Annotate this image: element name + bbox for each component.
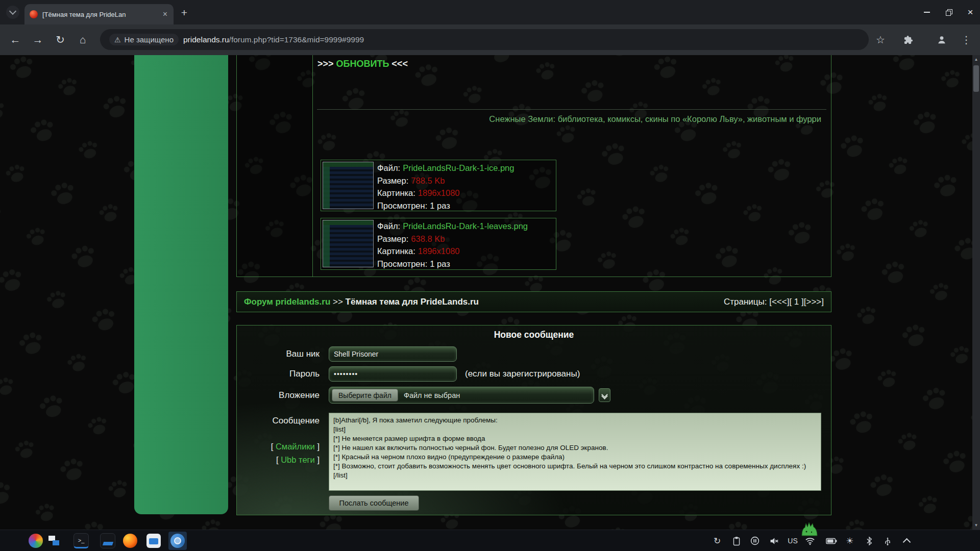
attachment-thumbnail[interactable] — [323, 162, 374, 209]
scroll-down-icon[interactable]: ▼ — [972, 523, 980, 528]
app-launcher-button[interactable] — [27, 532, 45, 550]
attachment-dim-value: 1896x1080 — [418, 246, 460, 256]
taskbar-terminal-button[interactable]: >_ — [72, 532, 90, 550]
ubb-tags-link[interactable]: Ubb теги — [281, 455, 315, 464]
updates-tray-icon[interactable]: ↻ — [710, 532, 724, 550]
profile-avatar-icon[interactable] — [931, 24, 952, 55]
password-hint: (если вы зарегистрированы) — [465, 369, 580, 379]
home-button[interactable]: ⌂ — [72, 24, 93, 55]
bookmark-star-icon[interactable]: ☆ — [870, 24, 891, 55]
keyboard-layout-indicator[interactable]: US — [786, 532, 800, 550]
message-textarea[interactable] — [329, 413, 821, 491]
attachment-size-value: 638.8 Kb — [411, 234, 445, 243]
battery-icon — [826, 538, 837, 544]
choose-file-button[interactable]: Выберите файл — [332, 389, 398, 402]
tab-close-icon[interactable]: × — [162, 10, 168, 18]
volume-muted-tray-icon[interactable] — [767, 532, 781, 550]
file-upload-field[interactable]: Выберите файл Файл не выбран — [329, 387, 594, 404]
refresh-link-line: >>> ОБНОВИТЬ <<< — [317, 59, 408, 69]
nickname-label: Ваш ник — [237, 349, 320, 359]
warning-icon: ⚠ — [114, 36, 121, 44]
taskbar-dark-app-button[interactable] — [99, 532, 117, 550]
scrollbar-thumb[interactable] — [973, 65, 979, 92]
removable-device-tray-icon[interactable] — [880, 532, 895, 550]
attachment-file-link[interactable]: PrideLandsRu-Dark-1-ice.png — [403, 163, 514, 172]
restore-window-icon — [946, 9, 952, 15]
refresh-suffix: <<< — [389, 59, 408, 69]
firefox-icon — [123, 534, 137, 548]
refresh-link[interactable]: ОБНОВИТЬ — [336, 59, 389, 69]
attachment-label: Вложение — [237, 390, 320, 400]
attachment-expand-button[interactable] — [599, 388, 610, 402]
forum-link[interactable]: Форум pridelands.ru — [244, 297, 330, 307]
tab-search-button[interactable] — [6, 6, 19, 19]
extensions-puzzle-icon[interactable] — [897, 24, 919, 55]
taskbar-firefox-button[interactable] — [121, 532, 139, 550]
address-bar[interactable]: ⚠ Не защищено pridelands.ru/forum.php?ti… — [100, 29, 869, 50]
taskbar-chromium-button[interactable] — [168, 532, 187, 550]
window-minimize-button[interactable] — [917, 5, 937, 19]
left-green-column — [134, 55, 228, 514]
scroll-up-icon[interactable]: ▲ — [972, 57, 980, 62]
page-scrollbar[interactable]: ▲ ▼ — [972, 55, 980, 530]
attachment-file-link[interactable]: PrideLandsRu-Dark-1-leaves.png — [403, 221, 528, 231]
speaker-muted-icon — [769, 536, 779, 546]
forward-button[interactable]: → — [28, 24, 48, 55]
file-label: Файл: — [377, 163, 400, 172]
url-host: pridelands.ru — [183, 35, 229, 44]
forum-post-box: >>> ОБНОВИТЬ <<< Снежные Земли: библиоте… — [236, 55, 831, 277]
reload-button[interactable]: ↻ — [50, 24, 70, 55]
bracket: ] — [315, 442, 320, 451]
new-tab-button[interactable]: + — [178, 6, 191, 19]
attachment-thumbnail[interactable] — [323, 220, 374, 267]
window-restore-button[interactable] — [939, 5, 959, 19]
attachment-dim-line: Картинка:1896x1080 — [377, 245, 528, 258]
user-signature: Снежные Земли: библиотека, комиксы, скин… — [317, 114, 821, 124]
back-button[interactable]: ← — [5, 24, 26, 55]
nickname-input[interactable] — [329, 346, 457, 362]
pagination: Страницы: [<<<][ 1 ][>>>] — [724, 297, 824, 307]
puzzle-icon — [903, 35, 913, 45]
form-title: Новое сообщение — [237, 330, 831, 340]
usb-icon — [883, 536, 892, 546]
bluetooth-icon — [866, 536, 873, 546]
clipboard-tray-icon[interactable] — [729, 532, 744, 550]
attachment-views-line: Просмотрен:1 раз — [377, 199, 514, 212]
chevron-up-icon — [902, 538, 911, 546]
dark-app-icon — [100, 533, 115, 548]
size-label: Размер: — [377, 176, 408, 185]
ubb-link-line: [ Ubb теги ] — [237, 455, 320, 465]
close-icon: × — [967, 7, 973, 18]
attachment-item: Файл:PrideLandsRu-Dark-1-leaves.png Разм… — [321, 218, 556, 270]
green-creature-icon — [799, 521, 820, 537]
security-chip[interactable]: ⚠ Не защищено — [109, 34, 179, 45]
attachment-size-line: Размер:638.8 Kb — [377, 233, 528, 245]
battery-tray-icon[interactable] — [824, 532, 839, 550]
taskbar-files-button[interactable] — [144, 532, 163, 550]
password-input[interactable] — [329, 366, 457, 382]
bracket: [ — [271, 442, 276, 451]
page-next-link[interactable]: [>>>] — [804, 297, 824, 307]
person-icon — [937, 35, 947, 45]
keyboard-layout-label: US — [788, 537, 797, 545]
window-close-button[interactable]: × — [960, 5, 980, 19]
media-pause-tray-icon[interactable] — [748, 532, 762, 550]
pager-icon — [48, 536, 60, 546]
attachment-info: Файл:PrideLandsRu-Dark-1-leaves.png Разм… — [377, 220, 528, 268]
smilies-link[interactable]: Смайлики — [276, 442, 315, 451]
page-prev-link[interactable]: [<<<] — [769, 297, 789, 307]
attachment-views-value: 1 раз — [430, 259, 450, 268]
attachment-item: Файл:PrideLandsRu-Dark-1-ice.png Размер:… — [321, 160, 556, 211]
file-manager-icon — [146, 534, 161, 548]
browser-tab[interactable]: [Тёмная тема для PrideLan × — [24, 4, 174, 24]
tray-expand-button[interactable] — [899, 532, 914, 550]
chromium-icon — [170, 534, 185, 548]
submit-message-button[interactable]: Послать сообщение — [329, 495, 419, 511]
browser-menu-icon[interactable]: ⋮ — [955, 24, 977, 55]
signature-divider — [317, 109, 826, 110]
virtual-desktops-pager[interactable] — [45, 532, 63, 550]
bluetooth-tray-icon[interactable] — [862, 532, 876, 550]
url-text: pridelands.ru/forum.php?tid=1736&mid=999… — [183, 35, 364, 44]
brightness-tray-icon[interactable]: ☀ — [843, 532, 857, 550]
breadcrumb: Форум pridelands.ru >> Тёмная тема для P… — [244, 297, 479, 307]
